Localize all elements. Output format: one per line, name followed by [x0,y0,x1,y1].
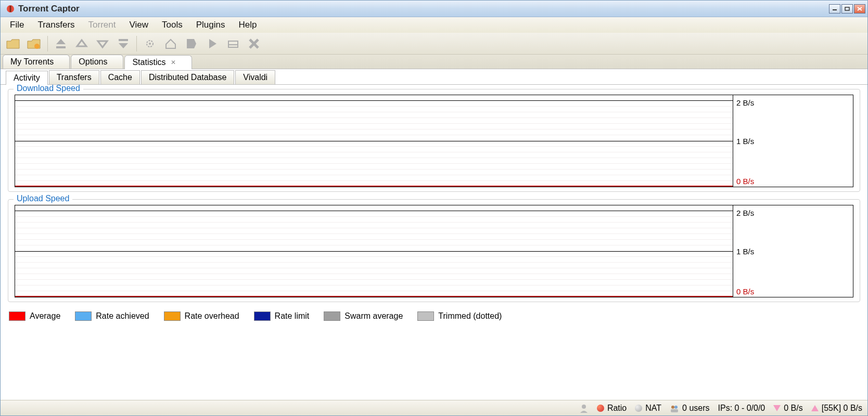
status-up-rate[interactable]: [55K] 0 B/s [811,404,862,413]
svg-rect-1 [10,6,11,12]
upload-speed-chart: 2 B/s 1 B/s 0 B/s [15,205,853,297]
y-tick: 2 B/s [736,209,754,217]
group-title: Upload Speed [14,194,72,203]
svg-rect-7 [56,46,66,48]
legend-label: Rate achieved [96,311,149,321]
sub-tabs: Activity Transfers Cache Distributed Dat… [1,69,867,85]
content-area: Download Speed 2 B/s 1 B/s 0 B/s Upload … [1,85,867,400]
titlebar: Torrent Captor [1,1,867,17]
ips-text: IPs: 0 - 0/0/0 [718,404,765,413]
subtab-transfers[interactable]: Transfers [49,70,99,84]
y-tick: 0 B/s [736,287,754,296]
download-icon [773,405,781,411]
legend-swatch [417,311,434,321]
stop-icon[interactable] [245,35,263,53]
menu-tools[interactable]: Tools [156,18,189,32]
app-icon [6,4,15,14]
window-title: Torrent Captor [18,4,80,14]
queue-bottom-icon[interactable] [114,35,132,53]
legend-swatch [75,311,92,321]
status-ratio[interactable]: Ratio [597,404,627,413]
legend-item: Swarm average [324,311,403,321]
tab-label: My Torrents [10,57,54,67]
menu-view[interactable]: View [123,18,155,32]
group-title: Download Speed [14,85,83,93]
legend-swatch [9,311,25,321]
ratio-label: Ratio [607,404,627,413]
home-icon[interactable] [162,35,180,53]
legend-label: Average [30,311,60,321]
open-url-icon[interactable] [25,35,43,53]
tag-icon[interactable] [183,35,200,53]
legend-item: Average [9,311,60,321]
tab-options[interactable]: Options [71,55,123,69]
close-button[interactable] [854,4,865,14]
upload-icon [811,405,819,411]
open-torrent-icon[interactable] [5,35,22,53]
legend-swatch [324,311,340,321]
subtab-label: Activity [14,73,40,82]
subtab-label: Cache [108,73,132,82]
maximize-button[interactable] [841,4,853,14]
svg-point-15 [582,405,586,409]
minimize-button[interactable] [829,4,840,14]
users-count: 0 users [682,404,709,413]
down-rate-text: 0 B/s [784,404,802,413]
legend-item: Rate achieved [75,311,149,321]
subtab-cache[interactable]: Cache [100,70,140,84]
queue-up-icon[interactable] [73,35,91,53]
svg-point-10 [149,43,151,45]
subtab-vivaldi[interactable]: Vivaldi [235,70,275,84]
chart-y-axis: 2 B/s 1 B/s 0 B/s [733,95,853,187]
ratio-indicator-icon [597,405,604,412]
chart-y-axis: 2 B/s 1 B/s 0 B/s [733,205,853,297]
status-user-icon [579,404,589,413]
svg-rect-18 [671,409,678,412]
inbox-icon[interactable] [224,35,242,53]
legend-label: Rate overhead [185,311,239,321]
statusbar: Ratio NAT 0 users IPs: 0 - 0/0/0 0 B/s [… [1,400,867,415]
chart-plot-area [15,205,733,297]
subtab-ddb[interactable]: Distributed Database [141,70,234,84]
svg-rect-8 [119,39,128,41]
menu-file[interactable]: File [4,18,30,32]
queue-top-icon[interactable] [52,35,70,53]
up-rate-text: [55K] 0 B/s [822,404,862,413]
close-tab-icon[interactable]: ✕ [171,59,176,66]
legend-item: Rate overhead [164,311,239,321]
queue-down-icon[interactable] [94,35,111,53]
users-icon [670,404,679,413]
subtab-label: Transfers [57,73,92,82]
tab-label: Options [79,57,107,67]
legend-item: Rate limit [254,311,310,321]
menu-plugins[interactable]: Plugins [190,18,232,32]
menu-torrent: Torrent [82,18,122,32]
play-icon[interactable] [203,35,221,53]
tab-statistics[interactable]: Statistics ✕ [124,55,192,69]
menubar: File Transfers Torrent View Tools Plugin… [1,17,867,33]
status-users[interactable]: 0 users [670,404,709,413]
nat-label: NAT [645,404,661,413]
legend-swatch [164,311,181,321]
settings-icon[interactable] [141,35,159,53]
y-tick: 1 B/s [736,137,754,146]
status-nat[interactable]: NAT [635,404,661,413]
subtab-activity[interactable]: Activity [6,71,48,85]
y-tick: 0 B/s [736,177,754,186]
y-tick: 1 B/s [736,247,754,256]
subtab-label: Vivaldi [243,73,267,82]
status-ips: IPs: 0 - 0/0/0 [718,404,765,413]
tab-my-torrents[interactable]: My Torrents [3,55,70,69]
legend-swatch [254,311,271,321]
svg-point-16 [671,406,674,409]
tab-label: Statistics [132,58,165,67]
legend-item: Trimmed (dotted) [417,311,502,321]
upload-speed-group: Upload Speed 2 B/s 1 B/s 0 B/s [8,199,860,302]
chart-plot-area [15,95,733,187]
menu-help[interactable]: Help [233,18,263,32]
primary-tabs: My Torrents Options Statistics ✕ [1,55,867,69]
legend-label: Trimmed (dotted) [438,311,502,321]
svg-rect-3 [845,7,849,10]
status-down-rate[interactable]: 0 B/s [773,404,802,413]
menu-transfers[interactable]: Transfers [31,18,81,32]
